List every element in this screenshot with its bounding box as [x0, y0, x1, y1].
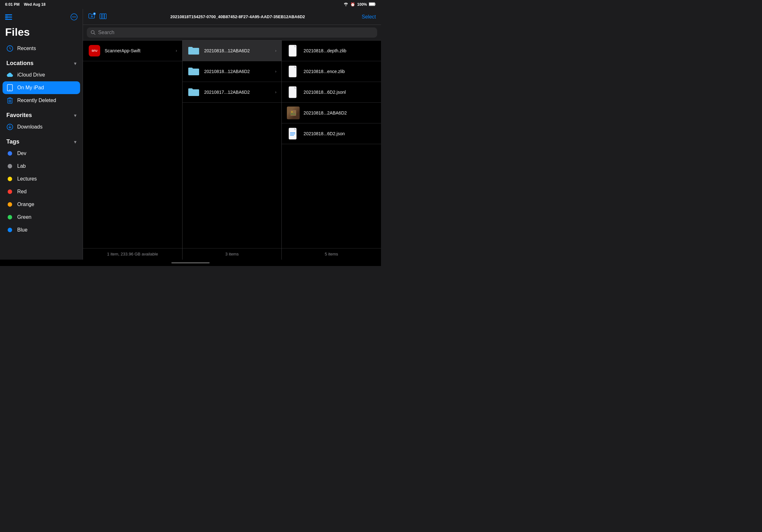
- sidebar-item-recents[interactable]: Recents: [3, 42, 80, 55]
- tag-lab-label: Lab: [17, 163, 26, 169]
- column-2: 20210818...12ABA6D2 › 20210818...12ABA6D…: [183, 40, 282, 260]
- svg-point-8: [74, 17, 75, 18]
- tag-lectures-dot: [6, 175, 13, 182]
- sidebar-item-tag-lab[interactable]: Lab: [3, 160, 80, 172]
- item-chevron-icon: ›: [275, 90, 276, 95]
- column-3: 20210818...depth.zlib 20210818...ence.zl…: [282, 40, 381, 260]
- more-options-button[interactable]: [70, 13, 78, 21]
- favorites-header: Favorites ▾: [3, 107, 80, 120]
- doc-blue-icon: [287, 127, 300, 140]
- item-name: 20210818...12ABA6D2: [204, 69, 271, 74]
- sidebar-item-tag-lectures[interactable]: Lectures: [3, 172, 80, 185]
- list-item[interactable]: 20210818...ence.zlib: [282, 61, 381, 82]
- sidebar-section-locations: Locations ▾ iCloud Drive: [0, 55, 83, 107]
- item-chevron-icon: ›: [275, 69, 276, 74]
- recents-icon: [6, 45, 13, 52]
- app-container: Files Recents Locations ▾: [0, 9, 381, 260]
- list-item[interactable]: SFU ScannerApp-Swift ›: [83, 40, 182, 61]
- home-indicator: [0, 260, 381, 266]
- sidebar-item-icloud[interactable]: iCloud Drive: [3, 69, 80, 81]
- sidebar-toolbar: [0, 12, 83, 25]
- svg-point-15: [10, 90, 10, 90]
- icloud-icon: [6, 71, 13, 79]
- column-spacer: [282, 144, 381, 248]
- folder-icon: [188, 86, 200, 99]
- favorites-label: Favorites: [6, 112, 32, 119]
- new-folder-button[interactable]: [88, 13, 96, 21]
- sidebar: Files Recents Locations ▾: [0, 9, 83, 260]
- alarm-icon: ⏰: [350, 2, 355, 7]
- ipad-label: On My iPad: [17, 85, 44, 91]
- downloads-label: Downloads: [17, 124, 42, 130]
- sidebar-item-downloads[interactable]: Downloads: [3, 120, 80, 133]
- item-chevron-icon: ›: [176, 48, 177, 53]
- wifi-icon: [343, 2, 348, 7]
- list-item[interactable]: 20210818...6D2.json: [282, 123, 381, 144]
- recents-label: Recents: [17, 46, 36, 51]
- column-1-footer: 1 item, 233.96 GB available: [83, 248, 182, 260]
- item-name: 20210818...ence.zlib: [303, 69, 376, 74]
- item-name: 20210818...6D2.jsonl: [303, 90, 376, 95]
- item-chevron-icon: ›: [275, 48, 276, 53]
- svg-point-9: [72, 17, 73, 18]
- tags-header: Tags ▾: [3, 133, 80, 147]
- svg-point-0: [345, 5, 346, 6]
- sidebar-item-tag-dev[interactable]: Dev: [3, 147, 80, 160]
- ipad-icon: [6, 84, 13, 91]
- content-topbar: 20210818T154257-0700_40B87452-8F27-4A95-…: [83, 9, 381, 25]
- svg-rect-6: [5, 14, 8, 20]
- sidebar-item-tag-orange[interactable]: Orange: [3, 198, 80, 211]
- locations-label: Locations: [6, 60, 34, 67]
- list-item[interactable]: 20210818...12ABA6D2 ›: [183, 61, 282, 82]
- select-button[interactable]: Select: [362, 14, 376, 20]
- item-name: ScannerApp-Swift: [105, 48, 172, 53]
- sidebar-item-tag-green[interactable]: Green: [3, 211, 80, 224]
- topbar-title: 20210818T154257-0700_40B87452-8F27-4A95-…: [114, 14, 362, 19]
- app-icon: SFU: [88, 44, 101, 57]
- svg-line-13: [10, 48, 11, 49]
- sidebar-item-tag-blue[interactable]: Blue: [3, 224, 80, 236]
- battery-percentage: 100%: [357, 2, 367, 7]
- icloud-label: iCloud Drive: [17, 72, 45, 78]
- item-name: 20210818...6D2.json: [303, 131, 376, 136]
- item-name: 20210818...12ABA6D2: [204, 48, 271, 53]
- doc-icon: [287, 44, 300, 57]
- tag-orange-label: Orange: [17, 202, 34, 207]
- sidebar-section-tags: Tags ▾ Dev Lab Lec: [0, 133, 83, 236]
- time-display: 6:01 PM: [5, 2, 20, 7]
- tag-blue-label: Blue: [17, 227, 28, 233]
- list-item[interactable]: 20210818...2ABA6D2: [282, 103, 381, 123]
- list-item[interactable]: 20210817...12ABA6D2 ›: [183, 82, 282, 103]
- sidebar-toggle-button[interactable]: [5, 14, 12, 21]
- svg-point-40: [291, 111, 293, 112]
- columns-area: SFU ScannerApp-Swift › 1 item, 233.96 GB…: [83, 40, 381, 260]
- item-name: 20210818...depth.zlib: [303, 48, 376, 53]
- tag-dev-label: Dev: [17, 151, 26, 156]
- item-name: 20210817...12ABA6D2: [204, 90, 271, 95]
- doc-icon: [287, 65, 300, 78]
- topbar-actions: Select: [362, 14, 376, 20]
- svg-rect-32: [102, 14, 104, 19]
- locations-chevron-icon: ▾: [74, 61, 76, 66]
- sidebar-item-recently-deleted[interactable]: Recently Deleted: [3, 94, 80, 107]
- search-input[interactable]: [98, 30, 373, 35]
- search-input-wrap[interactable]: [87, 28, 377, 37]
- tag-blue-dot: [6, 227, 13, 233]
- battery-icon: [369, 2, 376, 7]
- favorites-chevron-icon: ▾: [74, 113, 76, 118]
- list-item[interactable]: 20210818...depth.zlib: [282, 40, 381, 61]
- column-view-button[interactable]: [100, 13, 107, 21]
- doc-icon: [287, 86, 300, 99]
- tag-green-label: Green: [17, 214, 31, 220]
- tag-lectures-label: Lectures: [17, 176, 37, 182]
- tag-red-label: Red: [17, 189, 27, 195]
- home-bar: [171, 262, 210, 263]
- svg-rect-39: [290, 110, 296, 116]
- list-item[interactable]: 20210818...12ABA6D2 ›: [183, 40, 282, 61]
- sidebar-item-tag-red[interactable]: Red: [3, 185, 80, 198]
- search-bar: [83, 25, 381, 40]
- status-bar: 6:01 PM Wed Aug 18 ⏰ 100%: [0, 0, 381, 9]
- sidebar-item-ipad[interactable]: On My iPad: [3, 81, 80, 94]
- list-item[interactable]: 20210818...6D2.jsonl: [282, 82, 381, 103]
- column-spacer: [83, 61, 182, 248]
